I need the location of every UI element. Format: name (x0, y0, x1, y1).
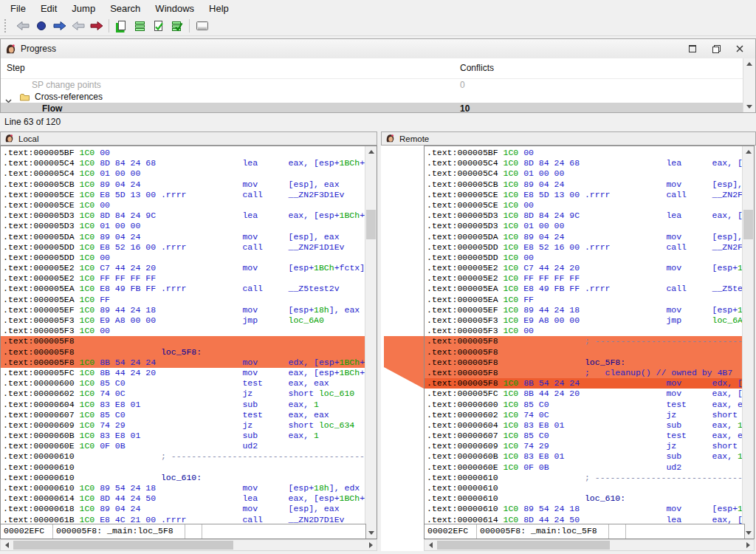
asm-line[interactable]: .text:000005CB 1C0 89 04 24 mov [esp], e… (425, 179, 743, 190)
scroll-down-icon[interactable] (365, 527, 377, 538)
asm-line[interactable]: .text:000005D3 1C0 01 00 00 (1, 221, 365, 231)
asm-line[interactable]: .text:00000610 1C0 89 54 24 18 mov [esp+… (1, 483, 365, 493)
asm-line[interactable]: .text:00000614 1C0 8D 44 24 50 lea eax, … (425, 515, 743, 524)
menu-item-search[interactable]: Search (103, 1, 148, 16)
asm-line[interactable]: .text:000005DD 1C0 E8 52 16 00 .rrrr cal… (1, 242, 365, 253)
menu-item-windows[interactable]: Windows (148, 1, 202, 16)
asm-line[interactable]: .text:000005C4 1C0 8D 84 24 68 lea eax, … (425, 158, 743, 168)
asm-line[interactable]: .text:000005E2 1C0 C7 44 24 20 mov [esp+… (425, 263, 743, 273)
asm-line[interactable]: .text:000005D3 1C0 01 00 00 (425, 221, 743, 231)
remote-horizontal-scrollbar[interactable] (424, 539, 755, 551)
scroll-up-icon[interactable] (743, 58, 755, 69)
asm-line[interactable]: .text:0000061B 1C0 E8 4C 21 00 .rrrr cal… (1, 515, 365, 524)
asm-line[interactable]: .text:000005C4 1C0 01 00 00 (1, 168, 365, 179)
remote-vertical-scrollbar[interactable] (742, 146, 754, 538)
asm-line[interactable]: .text:000005FC 1C0 8B 44 24 20 mov eax, … (425, 389, 743, 399)
close-icon[interactable] (733, 42, 746, 55)
asm-line[interactable]: .text:000005F3 1C0 E9 A8 00 00 jmp loc_6… (1, 315, 365, 326)
asm-line[interactable]: .text:00000610 1C0 89 54 24 18 mov [esp+… (425, 504, 743, 514)
green-document-button[interactable] (112, 18, 131, 34)
asm-line[interactable]: .text:000005D3 1C0 8D 84 24 9C lea eax, … (1, 211, 365, 221)
asm-line[interactable]: .text:000005E2 1C0 C7 44 24 20 mov [esp+… (1, 263, 365, 273)
asm-line[interactable]: .text:00000607 1C0 85 C0 test eax, eax (425, 431, 743, 441)
asm-line[interactable]: .text:000005F3 1C0 00 (1, 326, 365, 336)
asm-line[interactable]: .text:00000600 1C0 85 C0 test eax, eax (1, 378, 365, 389)
asm-line[interactable]: .text:000005CB 1C0 89 04 24 mov [esp], e… (1, 179, 365, 190)
asm-line[interactable]: .text:000005DA 1C0 89 04 24 mov [esp], e… (1, 232, 365, 242)
asm-line[interactable]: .text:000005EA 1C0 FF (425, 295, 743, 305)
asm-line[interactable]: .text:000005EA 1C0 E8 49 FB FF .rrrr cal… (425, 284, 743, 294)
scroll-up-icon[interactable] (743, 146, 754, 157)
asm-line[interactable]: .text:00000604 1C0 83 E8 01 sub eax, 1 (425, 420, 743, 431)
scrollbar-thumb[interactable] (366, 210, 376, 239)
asm-line[interactable]: .text:00000609 1C0 74 29 jz short loc_63… (1, 420, 365, 431)
scroll-down-icon[interactable] (743, 101, 755, 112)
scroll-up-icon[interactable] (365, 146, 377, 157)
asm-line[interactable]: .text:00000607 1C0 85 C0 test eax, eax (1, 410, 365, 420)
asm-line[interactable]: .text:000005F8 ; cleanup() // owned by 4… (425, 368, 743, 378)
menu-item-jump[interactable]: Jump (64, 1, 103, 16)
silver-left-arrow-button[interactable] (69, 18, 87, 34)
asm-line[interactable]: .text:000005EF 1C0 89 44 24 18 mov [esp+… (425, 305, 743, 315)
maximize-button[interactable] (686, 42, 699, 55)
progress-row-flow[interactable]: Flow10 (1, 103, 743, 112)
toolbar-drag-handle[interactable] (4, 19, 9, 33)
asm-line[interactable]: .text:000005F8 (1, 336, 365, 346)
asm-line[interactable]: .text:000005E2 1C0 FF FF FF FF (1, 273, 365, 284)
scroll-left-icon[interactable] (425, 540, 436, 550)
asm-line[interactable]: .text:00000610 loc_610: (1, 473, 365, 483)
asm-line[interactable]: .text:000005EA 1C0 E8 49 FB FF .rrrr cal… (1, 284, 365, 294)
asm-line[interactable]: .text:0000060E 1C0 0F 0B ud2 (1, 441, 365, 451)
local-horizontal-scrollbar[interactable] (0, 539, 377, 551)
asm-line[interactable]: .text:0000060B 1C0 83 E8 01 sub eax, 1 (1, 431, 365, 441)
asm-line[interactable]: .text:00000609 1C0 74 29 jz short loc_63… (425, 441, 743, 451)
asm-line[interactable]: .text:00000610 ; -----------------------… (1, 451, 365, 462)
scroll-right-icon[interactable] (742, 540, 754, 550)
asm-line[interactable]: .text:00000604 1C0 83 E8 01 sub eax, 1 (1, 400, 365, 410)
asm-line[interactable]: .text:00000610 (425, 483, 743, 493)
scrollbar-thumb[interactable] (743, 210, 753, 239)
asm-line[interactable]: .text:000005CE 1C0 00 (1, 200, 365, 211)
asm-line[interactable]: .text:00000610 (1, 462, 365, 473)
asm-line[interactable]: .text:0000060B 1C0 83 E8 01 sub eax, 1 (425, 451, 743, 462)
asm-line[interactable]: .text:000005F8 loc_5F8: (1, 347, 365, 358)
asm-line[interactable]: .text:000005DD 1C0 E8 52 16 00 .rrrr cal… (425, 242, 743, 253)
scrollbar-thumb[interactable] (437, 541, 610, 550)
menu-item-edit[interactable]: Edit (33, 1, 64, 16)
blue-right-arrow-button[interactable] (50, 18, 69, 34)
asm-line[interactable]: .text:000005FC 1C0 8B 44 24 20 mov eax, … (1, 368, 365, 378)
asm-line[interactable]: .text:0000060E 1C0 0F 0B ud2 (425, 462, 743, 473)
asm-line[interactable]: .text:000005F8 1C0 8B 54 24 24 mov edx, … (425, 378, 743, 389)
asm-line[interactable]: .text:000005F8 ; -----------------------… (425, 336, 743, 346)
asm-line[interactable]: .text:000005DA 1C0 89 04 24 mov [esp], e… (425, 232, 743, 242)
progress-scrollbar[interactable] (743, 58, 755, 112)
asm-line[interactable]: .text:00000610 loc_610: (425, 493, 743, 504)
asm-line[interactable]: .text:000005F8 (425, 347, 743, 358)
local-vertical-scrollbar[interactable] (365, 146, 377, 538)
asm-line[interactable]: .text:000005D3 1C0 8D 84 24 9C lea eax, … (425, 211, 743, 221)
asm-line[interactable]: .text:00000618 1C0 89 04 24 mov [esp], e… (1, 504, 365, 514)
asm-line[interactable]: .text:000005E2 1C0 FF FF FF FF (425, 273, 743, 284)
document-check-button[interactable] (149, 18, 168, 34)
asm-line[interactable]: .text:000005C4 1C0 8D 84 24 68 lea eax, … (1, 158, 365, 168)
asm-line[interactable]: .text:000005DD 1C0 00 (425, 253, 743, 263)
green-segments-button[interactable] (131, 18, 149, 34)
scroll-right-icon[interactable] (365, 540, 377, 550)
asm-line[interactable]: .text:00000610 ; -----------------------… (425, 473, 743, 483)
asm-line[interactable]: .text:000005C4 1C0 01 00 00 (425, 168, 743, 179)
asm-line[interactable]: .text:000005BF 1C0 00 (1, 148, 365, 158)
asm-line[interactable]: .text:00000602 1C0 74 0C jz short loc_61… (425, 410, 743, 420)
asm-line[interactable]: .text:000005CE 1C0 E8 5D 13 00 .rrrr cal… (1, 190, 365, 200)
asm-line[interactable]: .text:000005CE 1C0 00 (425, 200, 743, 211)
asm-line[interactable]: .text:000005F8 1C0 8B 54 24 24 mov edx, … (1, 358, 365, 368)
asm-line[interactable]: .text:000005EF 1C0 89 44 24 18 mov [esp+… (1, 305, 365, 315)
monitor-button[interactable] (193, 18, 211, 34)
red-right-arrow-button[interactable] (87, 18, 106, 34)
scroll-left-icon[interactable] (1, 540, 13, 550)
asm-line[interactable]: .text:000005DD 1C0 00 (1, 253, 365, 263)
asm-line[interactable]: .text:000005F3 1C0 00 (425, 326, 743, 336)
restore-button[interactable] (709, 42, 723, 55)
asm-line[interactable]: .text:000005F3 1C0 E9 A8 00 00 jmp loc_6… (425, 315, 743, 326)
progress-row-sp-change-points[interactable]: SP change points0 (1, 79, 743, 91)
blue-circle-button[interactable] (32, 18, 50, 34)
